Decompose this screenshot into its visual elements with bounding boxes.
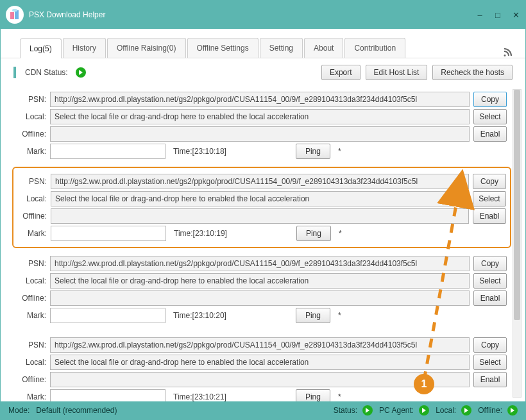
enable-button[interactable]: Enabl — [473, 372, 507, 387]
tab-log-5-[interactable]: Log(5) — [20, 38, 62, 58]
status-label: Status: — [334, 406, 357, 415]
svg-rect-0 — [10, 12, 14, 19]
enable-button[interactable]: Enabl — [473, 208, 506, 224]
local-label: Local: — [17, 194, 47, 203]
select-button[interactable]: Select — [473, 355, 507, 370]
select-button[interactable]: Select — [473, 273, 507, 289]
ping-button[interactable]: Ping — [296, 389, 330, 401]
app-logo-icon — [6, 6, 24, 24]
vertical-scrollbar[interactable] — [513, 89, 522, 398]
offline-label: Offline: — [478, 406, 502, 415]
minimize-button[interactable]: – — [475, 10, 484, 19]
log-scroll-area: PSN:http://gs2.ww.prod.dl.playstation.ne… — [1, 85, 525, 401]
ping-star: * — [338, 147, 341, 156]
mark-field[interactable] — [50, 144, 165, 159]
window-title: PSX Download Helper — [29, 10, 475, 19]
svg-rect-2 — [12, 9, 17, 12]
local-label: Local: — [436, 406, 456, 415]
tab-offline-settings[interactable]: Offline Settings — [187, 38, 259, 58]
psn-url-field[interactable]: http://gs2.ww.prod.dl.playstation.net/gs… — [50, 256, 470, 271]
status-play-icon[interactable] — [362, 405, 373, 416]
offline-sublabel: Offline: — [17, 375, 46, 384]
ping-star: * — [338, 311, 341, 320]
ping-button[interactable]: Ping — [296, 226, 331, 241]
offline-sublabel: Offline: — [17, 212, 47, 221]
offline-sublabel: Offline: — [17, 294, 46, 303]
local-play-icon[interactable] — [461, 405, 471, 416]
tab-history[interactable]: History — [63, 38, 106, 58]
offline-field[interactable] — [50, 126, 470, 142]
log-entries: PSN:http://gs2.ww.prod.dl.playstation.ne… — [12, 85, 522, 401]
psn-label: PSN: — [17, 177, 47, 186]
tab-about[interactable]: About — [304, 38, 343, 58]
psn-label: PSN: — [17, 95, 46, 104]
mark-label: Mark: — [17, 229, 47, 238]
offline-field[interactable] — [50, 290, 470, 306]
select-button[interactable]: Select — [473, 109, 507, 124]
select-button[interactable]: Select — [473, 191, 506, 206]
mark-label: Mark: — [17, 147, 46, 156]
rss-icon[interactable] — [502, 46, 514, 58]
log-entry: PSN:http://gs2.ww.prod.dl.playstation.ne… — [12, 249, 511, 330]
log-entry: PSN:http://gs2.ww.prod.dl.playstation.ne… — [12, 331, 511, 401]
toolbar: CDN Status: Export Edit Host List Rechec… — [1, 58, 525, 85]
ping-button[interactable]: Ping — [296, 308, 330, 323]
tab-offline-raising-0-[interactable]: Offline Raising(0) — [107, 38, 185, 58]
recheck-hosts-button[interactable]: Recheck the hosts — [432, 65, 513, 80]
mark-field[interactable] — [50, 308, 165, 323]
local-file-field[interactable]: Select the local file or drag-and-drop h… — [50, 273, 470, 289]
accent-bar-icon — [13, 67, 16, 78]
mode-value: Default (recommended) — [36, 406, 117, 415]
tab-setting[interactable]: Setting — [260, 38, 303, 58]
copy-button[interactable]: Copy — [473, 337, 507, 353]
close-button[interactable]: ✕ — [511, 10, 520, 19]
export-button[interactable]: Export — [321, 65, 361, 80]
local-label: Local: — [17, 112, 46, 121]
local-file-field[interactable]: Select the local file or drag-and-drop h… — [50, 109, 470, 124]
psn-label: PSN: — [17, 340, 46, 349]
log-entry: PSN:http://gs2.ww.prod.dl.playstation.ne… — [12, 167, 511, 248]
offline-play-icon[interactable] — [507, 405, 518, 416]
pc-agent-play-icon[interactable] — [419, 405, 429, 416]
cdn-status-play-icon[interactable] — [76, 67, 86, 78]
offline-sublabel: Offline: — [17, 130, 46, 139]
local-file-field[interactable]: Select the local file or drag-and-drop h… — [50, 355, 470, 370]
pc-agent-label: PC Agent: — [379, 406, 414, 415]
mark-field[interactable] — [50, 389, 165, 401]
tabs-bar: Log(5)HistoryOffline Raising(0)Offline S… — [1, 29, 525, 58]
ping-button[interactable]: Ping — [296, 144, 330, 159]
copy-button[interactable]: Copy — [473, 92, 507, 107]
mode-label: Mode: — [8, 406, 30, 415]
log-entry: PSN:http://gs2.ww.prod.dl.playstation.ne… — [12, 85, 511, 165]
time-label: Time:[23:10:20] — [173, 311, 226, 320]
mark-label: Mark: — [17, 311, 46, 320]
svg-rect-1 — [15, 10, 19, 19]
mark-label: Mark: — [17, 392, 46, 401]
local-file-field[interactable]: Select the local file or drag-and-drop h… — [51, 191, 469, 206]
enable-button[interactable]: Enabl — [473, 126, 507, 142]
offline-field[interactable] — [50, 372, 470, 387]
tab-contribution[interactable]: Contribution — [344, 38, 405, 58]
copy-button[interactable]: Copy — [473, 256, 507, 271]
edit-host-list-button[interactable]: Edit Host List — [366, 65, 428, 80]
copy-button[interactable]: Copy — [473, 174, 506, 189]
window-controls: – □ ✕ — [475, 10, 520, 19]
psn-url-field[interactable]: http://gs2.ww.prod.dl.playstation.net/gs… — [51, 174, 469, 189]
local-label: Local: — [17, 358, 46, 367]
enable-button[interactable]: Enabl — [473, 290, 507, 306]
status-bar: Mode: Default (recommended) Status: PC A… — [1, 401, 525, 419]
scrollbar-thumb[interactable] — [514, 90, 520, 320]
app-window: PSX Download Helper – □ ✕ Log(5)HistoryO… — [0, 0, 526, 420]
time-label: Time:[23:10:19] — [174, 229, 227, 238]
cdn-status-label: CDN Status: — [25, 68, 68, 77]
time-label: Time:[23:10:21] — [173, 392, 226, 401]
ping-star: * — [338, 392, 341, 401]
psn-url-field[interactable]: http://gs2.ww.prod.dl.playstation.net/gs… — [50, 92, 470, 107]
maximize-button[interactable]: □ — [493, 10, 502, 19]
offline-field[interactable] — [51, 208, 469, 224]
title-bar: PSX Download Helper – □ ✕ — [1, 1, 525, 29]
ping-star: * — [339, 229, 342, 238]
psn-url-field[interactable]: http://gs2.ww.prod.dl.playstation.net/gs… — [50, 337, 470, 353]
mark-field[interactable] — [51, 226, 166, 241]
local-label: Local: — [17, 276, 46, 285]
